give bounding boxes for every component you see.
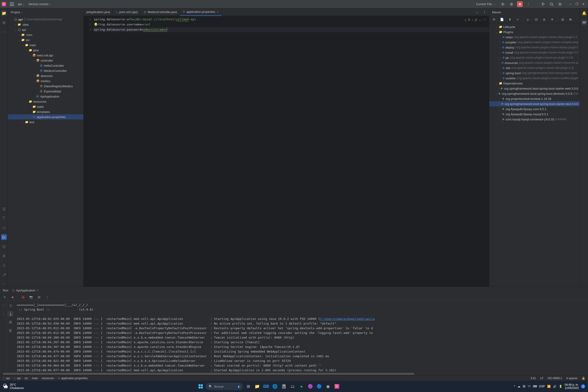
file-encoding[interactable]: ISO-8859-1 [548,376,562,380]
tree-node-medicoc[interactable]: CMedicoController [8,68,83,73]
tray-lang[interactable]: ESP [539,385,545,388]
soft-wrap-icon[interactable]: ≣ [8,303,13,308]
tray-battery-icon[interactable]: 🔋 [559,385,562,388]
tree-node-java[interactable]: ⌄📁java [8,48,83,53]
tree-node-apiapp[interactable]: CApiApplication [8,94,83,99]
stop-button[interactable] [517,2,523,7]
toggle-offline-icon[interactable]: ⊘ [541,17,547,22]
scroll-to-end-icon[interactable]: ⤓ [8,311,13,317]
tools-config-icon[interactable]: ▫ [1,281,7,286]
tray-keyboard-icon[interactable]: ⌨ [533,385,537,388]
maven-settings-icon[interactable]: ⚙ [568,17,573,22]
code-with-me-icon[interactable] [540,2,546,7]
app-icon-1[interactable]: 🟣 [306,383,314,390]
terminal-tool-icon[interactable]: T [1,216,7,221]
vcs-menu[interactable]: Version control⌄ [28,2,51,6]
breadcrumb-item[interactable]: ▢ api [14,376,20,380]
tray-wifi-icon[interactable]: 📶 [547,385,551,388]
notion-icon[interactable]: 📓 [280,383,288,390]
tree-node-datos[interactable]: RDatosRegistroMedico [8,84,83,89]
maven-dependency-item[interactable]: ›⊪org.springframework.boot:spring-boot-s… [489,101,580,106]
close-icon[interactable]: ✕ [580,2,586,7]
console-output[interactable]: =========|_|==============|___/=/_/_/_/ … [14,301,588,372]
maven-dependency-item[interactable]: ›⊪org.flywaydb:flyway-core:9.5.1 [489,106,580,112]
tree-node-api[interactable]: ⌄▢api [8,27,83,32]
tabs-more-icon[interactable]: ⋮ [482,9,487,15]
prev-highlight-icon[interactable]: ︿ [479,17,482,22]
tray-app-icon[interactable]: Ⓜ [523,384,526,388]
chrome-icon[interactable]: 🌐 [271,383,278,390]
taskbar-clock[interactable]: 04:48 p. m.12/05/2023 [565,383,579,390]
maven-panel-header[interactable]: Maven [489,8,580,16]
tree-node-templates[interactable]: 📁templates [8,109,83,114]
maximize-icon[interactable]: ❐ [574,2,580,7]
maven-plugin-item[interactable]: ›⚙compiler(org.apache.maven.plugins:mave… [489,40,580,45]
camera-icon[interactable]: 📷 [28,294,34,300]
run-tool-icon[interactable]: ▷ [1,234,7,240]
tray-onedrive-icon[interactable]: ☁ [518,385,520,388]
rerun-icon[interactable]: ↻ [2,294,8,300]
task-view-icon[interactable]: ⊞ [244,383,252,390]
project-menu[interactable]: api⌄ [18,2,24,6]
maven-plugin-item[interactable]: ›⚙clean(org.apache.maven.plugins:maven-c… [489,34,580,40]
maven-dependency-item[interactable]: ⊪org.projectlombok:lombok:1.18.26 [489,96,580,101]
tree-node-medico[interactable]: ⌄📦medico [8,78,83,84]
next-highlight-icon[interactable]: ﹀ [484,17,486,22]
vscode-icon[interactable]: ⌨ [262,383,270,390]
structure-tool-icon[interactable]: ⊞ [1,20,7,25]
collapse-icon[interactable]: ⊟ [560,17,565,22]
spotify-icon[interactable]: ● [298,383,305,390]
breadcrumb[interactable]: ▢ api›▢ api›src›main›resources›⚙ applica… [3,376,88,380]
maven-plugins[interactable]: ⌄📁Plugins [489,30,580,34]
maven-lifecycle[interactable]: ›📁Lifecycle [489,24,580,30]
main-menu-icon[interactable] [10,2,14,6]
project-tree[interactable]: ⌄▢apiC:\Users\damia\Downloads\api ›📁.ide… [8,16,83,286]
tree-node-controller[interactable]: ⌄📦controller [8,58,83,63]
maven-plugin-item[interactable]: ›⚙surefire(org.apache.maven.plugins:mave… [489,76,580,81]
more-icon[interactable]: ⋮ [526,2,531,7]
maven-plugin-item[interactable]: ›⚙spring-boot(org.springframework.boot:s… [489,70,580,76]
eclipse-icon[interactable]: ◉ [324,383,332,390]
maven-dependency-item[interactable]: ⊪com.mysql:mysql-connector-j:8.0.33(runt… [489,117,580,122]
intellij-icon[interactable]: IJ [333,383,341,390]
maven-plugin-item[interactable]: ›⚙install(org.apache.maven.plugins:maven… [489,50,580,55]
minimize-icon[interactable]: ─ [568,2,573,7]
readonly-icon[interactable]: 🔓 [582,376,585,380]
download-icon[interactable]: ⬇ [507,17,513,22]
files-icon[interactable]: 🗂 [289,383,296,390]
tree-node-hello[interactable]: CHelloController [8,63,83,68]
settings-icon[interactable] [557,2,563,7]
project-panel-header[interactable]: Project⌄ [8,8,83,16]
breadcrumb-item[interactable]: ▢ api [3,376,10,380]
maven-dependencies[interactable]: ⌄📁Dependencies [489,81,580,86]
inspection-widget[interactable]: ⚠3 ✓̰2 ︿ ﹀ [464,17,486,22]
console-scrollbar[interactable] [0,372,588,375]
debug-icon[interactable] [509,2,514,7]
stop-run-icon[interactable]: ■ [10,294,16,300]
tab-appprops[interactable]: ⚙application.properties× [180,8,222,16]
maven-plugin-item[interactable]: ›⚙jar(org.apache.maven.plugins:maven-jar… [489,55,580,60]
intention-bulb-icon[interactable]: 💡 [94,22,98,27]
tree-node-test[interactable]: ›📁test [8,120,83,124]
services-tool-icon[interactable]: ⬡ [1,225,7,230]
run-tab-apiapp[interactable]: ⊡ApiApplication× [12,288,39,292]
problems-tool-icon[interactable]: ⊘ [1,253,7,258]
scroll-up-icon[interactable]: ↑ [1,303,6,308]
project-tool-icon[interactable]: 📁 [1,10,7,16]
execute-icon[interactable]: ⊡ [534,17,539,22]
tree-node-static[interactable]: 📁static [8,104,83,109]
tabs-dropdown-icon[interactable]: ⌄ [474,9,480,15]
notifications-icon[interactable]: 🔔 [582,10,587,16]
generate-sources-icon[interactable]: 📄 [499,17,505,22]
breadcrumb-item[interactable]: src [24,376,28,380]
tab-apiapplication[interactable]: piApplication.java [84,8,113,16]
warnings-tool-icon[interactable]: ⚠ [1,262,7,268]
tree-node-main[interactable]: ⌄📁main [8,42,83,48]
tab-medicocontroller[interactable]: CMedicoController.java [141,8,180,16]
maven-dependency-item[interactable]: ›⊪org.flywaydb:flyway-mysql:9.5.1 [489,112,580,117]
reload-icon[interactable]: ⟳ [491,17,497,22]
code-area[interactable]: 💡 spring.datasource.url=jdbc:mysql://loc… [93,16,489,286]
bookmarks-tool-icon[interactable]: ☰ [1,206,7,212]
notification-badge[interactable]: 2 [581,384,585,388]
app-icon-2[interactable]: 🔵 [316,383,323,390]
